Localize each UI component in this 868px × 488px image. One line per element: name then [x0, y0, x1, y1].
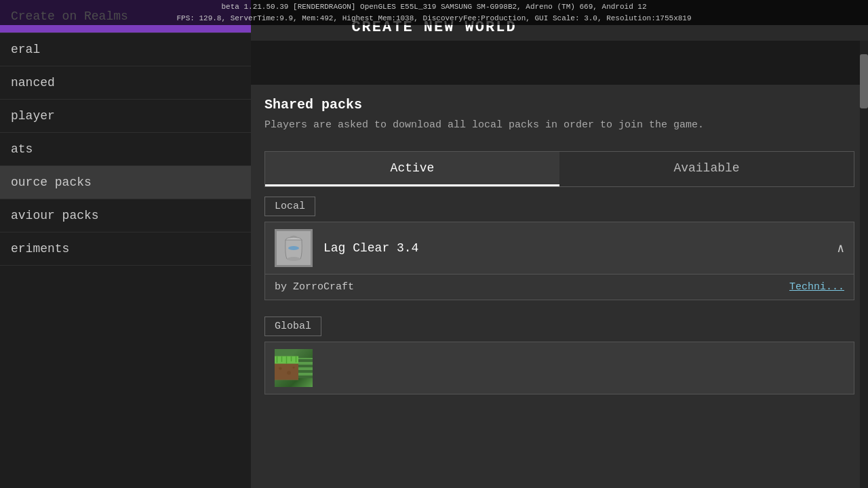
- sidebar-item-behaviour-packs[interactable]: aviour packs: [0, 199, 251, 232]
- tab-available[interactable]: Available: [559, 152, 854, 186]
- tabs-row: Active Available: [264, 151, 854, 187]
- svg-rect-5: [275, 363, 298, 380]
- sidebar: Create on Realms eral nanced player ats …: [0, 0, 251, 488]
- sidebar-item-cheats[interactable]: ats: [0, 133, 251, 166]
- global-section: Global: [251, 307, 868, 394]
- local-section-label: Local: [264, 197, 315, 216]
- svg-point-1: [287, 257, 300, 261]
- svg-point-2: [288, 246, 299, 250]
- content-area: Shared packs Players are asked to downlo…: [251, 41, 868, 488]
- sidebar-item-multiplayer[interactable]: player: [0, 100, 251, 133]
- sidebar-item-resource-packs[interactable]: ource packs: [0, 166, 251, 199]
- pack-icon: [275, 229, 313, 267]
- debug-line1: beta 1.21.50.39 [RENDERDRAGON] OpenGLES …: [4, 1, 864, 13]
- global-pack-item[interactable]: [264, 342, 854, 394]
- scrollbar-thumb[interactable]: [860, 54, 868, 108]
- author-row: by ZorroCraft Techni...: [264, 274, 854, 300]
- tab-active[interactable]: Active: [265, 152, 559, 186]
- shared-packs-title: Shared packs: [264, 97, 854, 113]
- bucket-icon: [280, 235, 307, 262]
- debug-overlay: beta 1.21.50.39 [RENDERDRAGON] OpenGLES …: [0, 0, 868, 25]
- pack-name: Lag Clear 3.4: [323, 241, 837, 255]
- svg-point-13: [293, 366, 295, 368]
- sidebar-item-experiments[interactable]: eriments: [0, 232, 251, 266]
- shared-packs-section: Shared packs Players are asked to downlo…: [251, 85, 868, 140]
- global-pack-icon: [275, 349, 313, 387]
- shared-packs-description: Players are asked to download all local …: [264, 118, 854, 134]
- sidebar-item-general[interactable]: eral: [0, 33, 251, 66]
- map-thumbnail-strip: [251, 41, 868, 85]
- technic-link[interactable]: Techni...: [789, 281, 844, 293]
- scrollbar-track[interactable]: [860, 41, 868, 488]
- global-section-label: Global: [264, 317, 321, 336]
- expand-icon[interactable]: ∧: [837, 241, 844, 256]
- pack-item-lag-clear[interactable]: Lag Clear 3.4 ∧: [264, 222, 854, 274]
- grass-block-icon: [275, 351, 298, 385]
- sidebar-item-advanced[interactable]: nanced: [0, 66, 251, 100]
- debug-line2: FPS: 129.8, ServerTime:9.9, Mem:492, Hig…: [4, 13, 864, 24]
- svg-point-11: [279, 367, 281, 369]
- local-section-label-wrapper: Local: [251, 187, 868, 216]
- svg-point-12: [287, 371, 291, 375]
- global-section-label-wrapper: Global: [251, 307, 868, 336]
- author-text: by ZorroCraft: [275, 281, 354, 293]
